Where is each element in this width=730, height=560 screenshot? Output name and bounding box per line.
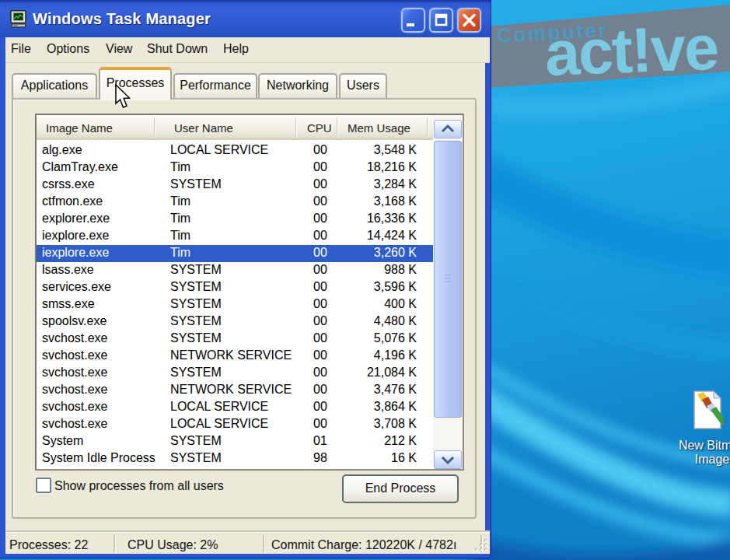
svg-text:act!ve: act!ve: [543, 12, 718, 89]
